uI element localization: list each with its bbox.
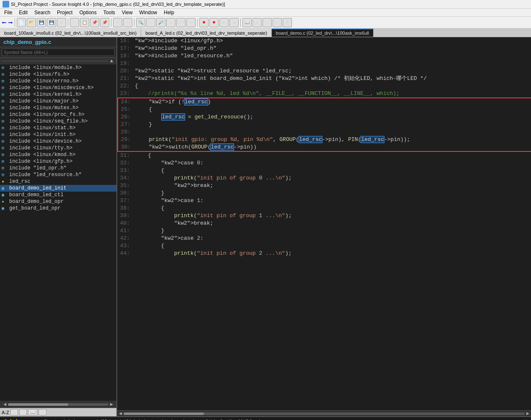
arrow-btn[interactable]: ▶ bbox=[219, 18, 229, 27]
undo-btn[interactable]: ↩ bbox=[113, 18, 122, 27]
line-content-29: printk("init gpio: group %d, pin %d\n", … bbox=[134, 136, 531, 143]
sidebar-item-19[interactable]: ▣board_demo_led_ctl bbox=[0, 192, 116, 198]
sidebar-tb3[interactable]: 📖 bbox=[28, 409, 37, 415]
search2-btn[interactable]: 🔎 bbox=[156, 18, 165, 27]
sidebar-item-label-17: led_rsc bbox=[9, 179, 30, 184]
sidebar-item-14[interactable]: ⊞include <linux/gfp.h> bbox=[0, 158, 116, 165]
line-number-39: 39: bbox=[117, 212, 133, 220]
sidebar-item-5[interactable]: ⊞include <linux/major.h> bbox=[0, 98, 116, 105]
sidebar-item-18[interactable]: ▣board_demo_led_init bbox=[0, 185, 116, 192]
search3-btn[interactable]: ⊕ bbox=[166, 18, 175, 27]
line-number-24: 24: bbox=[118, 98, 134, 106]
save2-btn[interactable]: 💾 bbox=[47, 18, 56, 27]
paste-btn[interactable]: 📌 bbox=[90, 18, 99, 27]
menu-item-project[interactable]: Project bbox=[54, 9, 76, 16]
toolbar-sep-3 bbox=[111, 18, 111, 27]
sidebar-search-input[interactable] bbox=[2, 49, 115, 56]
sidebar-item-17[interactable]: ●led_rsc bbox=[0, 178, 116, 185]
sidebar-item-21[interactable]: ▣get_board_led_opr bbox=[0, 205, 116, 212]
menu-item-edit[interactable]: Edit bbox=[15, 9, 31, 16]
red1-btn[interactable]: ■ bbox=[199, 18, 209, 27]
print-btn[interactable]: 🖨 bbox=[57, 18, 66, 27]
line-content-42: "kw2">case 2: bbox=[133, 235, 531, 242]
code-line-25: 25: { bbox=[117, 106, 531, 113]
sidebar-item-9[interactable]: ⊞include <linux/stat.h> bbox=[0, 125, 116, 131]
sidebar-item-13[interactable]: ⊞include <linux/kmod.h> bbox=[0, 151, 116, 158]
red2-btn[interactable]: ■ bbox=[209, 18, 219, 27]
line-number-20: 20: bbox=[117, 67, 133, 75]
tab-1[interactable]: board_A_led.c (02_led_drv\03_led_drv_tem… bbox=[141, 28, 271, 37]
book-btn[interactable]: 📖 bbox=[242, 18, 252, 27]
menu-item-search[interactable]: Search bbox=[31, 9, 54, 16]
sidebar-tb1[interactable]: ⊞ bbox=[10, 409, 18, 415]
sidebar-scroll-right[interactable]: ▶ bbox=[108, 401, 115, 407]
sidebar-item-3[interactable]: ⊞include <linux/miscdevice.h> bbox=[0, 85, 116, 91]
save-btn[interactable]: 💾 bbox=[37, 18, 46, 27]
toolbar-sep-5 bbox=[197, 18, 198, 27]
sidebar-scroll-up[interactable]: ▲ bbox=[108, 58, 115, 64]
sidebar-item-10[interactable]: ⊞include <linux/init.h> bbox=[0, 131, 116, 138]
sidebar-item-12[interactable]: ⊞include <linux/tty.h> bbox=[0, 145, 116, 151]
arrow2-btn[interactable]: ◀ bbox=[229, 18, 239, 27]
hscroll-right[interactable]: ▶ bbox=[526, 410, 529, 416]
code-line-34: 34: printk("init pin of group 0 ...\n"); bbox=[117, 174, 531, 182]
line-content-39: printk("init pin of group 1 ...\n"); bbox=[133, 212, 531, 220]
sidebar-tb4[interactable]: ⚙ bbox=[39, 409, 46, 415]
sidebar-item-16[interactable]: ⊞include "led_resource.h" bbox=[0, 172, 116, 178]
xymark-btn[interactable]: x+y bbox=[176, 18, 186, 27]
line-content-38: { bbox=[133, 205, 531, 212]
menu-item-help[interactable]: Help bbox=[160, 9, 178, 16]
sidebar-item-20[interactable]: ●board_demo_led_opr bbox=[0, 198, 116, 205]
line-number-32: 32: bbox=[117, 159, 133, 167]
sidebar-scroll-left[interactable]: ◀ bbox=[2, 401, 8, 407]
code-editor[interactable]: 16:"kw">#include <linux/gfp.h>17:"kw">#i… bbox=[117, 37, 531, 410]
sidebar-item-6[interactable]: ⊞include <linux/mutex.h> bbox=[0, 105, 116, 111]
mark-btn[interactable]: ⊕ bbox=[253, 18, 262, 27]
sidebar-item-0[interactable]: ⊞include <linux/module.h> bbox=[0, 64, 116, 71]
open-btn[interactable]: 📂 bbox=[27, 18, 36, 27]
sidebar-item-11[interactable]: ⊞include <linux/device.h> bbox=[0, 138, 116, 145]
code-line-44: 44: printk("init pin of group 2 ...\n"); bbox=[117, 250, 531, 257]
code-line-41: 41: } bbox=[117, 227, 531, 235]
menu-item-view[interactable]: View bbox=[119, 9, 136, 16]
line-number-28: 28: bbox=[118, 128, 134, 136]
menu-item-file[interactable]: File bbox=[1, 9, 15, 16]
line-number-42: 42: bbox=[117, 235, 133, 242]
cut-btn[interactable]: ✂ bbox=[70, 18, 79, 27]
bottom-close-btn[interactable]: ✕ bbox=[523, 418, 528, 420]
sidebar-az-btn[interactable]: A-Z bbox=[2, 410, 9, 415]
sidebar-item-label-10: include <linux/init.h> bbox=[9, 132, 75, 138]
sidebar-item-15[interactable]: ⊞include "led_opr.h" bbox=[0, 165, 116, 172]
menu-item-window[interactable]: Window bbox=[136, 9, 161, 16]
wave-btn[interactable]: 〜 bbox=[186, 18, 196, 27]
copy-btn[interactable]: 📋 bbox=[80, 18, 89, 27]
new-btn[interactable]: 📄 bbox=[17, 18, 26, 27]
forward-btn[interactable]: ⟶ bbox=[8, 18, 13, 27]
line-number-34: 34: bbox=[117, 174, 133, 182]
hscroll-left[interactable]: ◀ bbox=[119, 410, 122, 416]
sidebar-item-8[interactable]: ⊞include <linux/seq_file.h> bbox=[0, 118, 116, 125]
paste2-btn[interactable]: 📌 bbox=[100, 18, 109, 27]
sidebar-item-1[interactable]: ⊞include <linux/fs.h> bbox=[0, 71, 116, 78]
sidebar-item-4[interactable]: ⊞include <linux/kernel.h> bbox=[0, 91, 116, 98]
r-btn[interactable]: R bbox=[283, 18, 292, 27]
replace-btn[interactable]: ↔ bbox=[146, 18, 155, 27]
sidebar-tb2[interactable]: ⊡ bbox=[19, 409, 27, 415]
toolbar-sep-1 bbox=[15, 18, 15, 27]
arrow4-btn[interactable]: ↓ bbox=[273, 18, 282, 27]
sidebar-item-7[interactable]: ⊞include <linux/proc_fs.h> bbox=[0, 111, 116, 118]
sidebar: chip_demo_gpio.c ▲ ⊞include <linux/modul… bbox=[0, 37, 117, 416]
sidebar-item-2[interactable]: ⊞include <linux/errno.h> bbox=[0, 78, 116, 85]
code-line-17: 17:"kw">#include "led_opr.h" bbox=[117, 45, 531, 52]
search-btn[interactable]: 🔍 bbox=[136, 18, 145, 27]
horizontal-scrollbar[interactable]: ◀ ▶ bbox=[117, 410, 531, 416]
sidebar-item-label-1: include <linux/fs.h> bbox=[9, 72, 70, 77]
back-btn[interactable]: ⟵ bbox=[2, 18, 7, 27]
menu-item-tools[interactable]: Tools bbox=[100, 9, 119, 16]
arrow3-btn[interactable]: ↑ bbox=[263, 18, 272, 27]
tab-0[interactable]: board_100ask_imx6ull.c (02_led_drv\...\1… bbox=[0, 28, 141, 37]
sidebar-item-icon-17: ● bbox=[2, 179, 8, 184]
redo-btn[interactable]: ↪ bbox=[123, 18, 132, 27]
menu-item-options[interactable]: Options bbox=[76, 9, 100, 16]
tab-2[interactable]: board_demo.c (02_led_drv\...\100ask_imx6… bbox=[272, 28, 374, 37]
